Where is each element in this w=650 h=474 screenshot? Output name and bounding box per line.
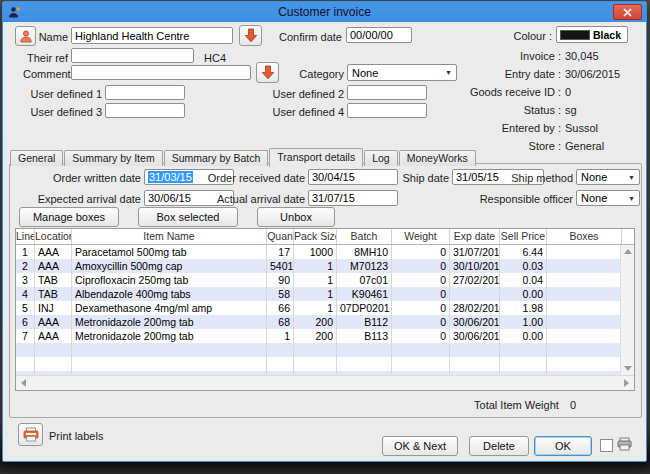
ship-method-select[interactable]: None ▼ <box>576 169 640 185</box>
tab-general[interactable]: General <box>10 150 63 166</box>
column-header-batch[interactable]: Batch <box>337 229 392 244</box>
actual-arrival-date-input[interactable] <box>308 190 398 206</box>
user-defined-1-input[interactable] <box>105 85 185 100</box>
table-cell: 1 <box>16 245 35 259</box>
table-row[interactable]: 4TABAlbendazole 400mg tabs581K9046100.00 <box>16 287 634 301</box>
comment-input[interactable] <box>71 65 251 80</box>
store-value: General <box>565 140 604 152</box>
user-defined-3-input[interactable] <box>105 103 185 118</box>
table-cell <box>392 357 450 371</box>
scroll-right-icon[interactable] <box>624 379 629 387</box>
vertical-scrollbar[interactable] <box>620 245 634 375</box>
user-defined-4-label: User defined 4 <box>269 106 344 118</box>
table-cell: 0 <box>392 245 450 259</box>
expected-arrival-date-label: Expected arrival date <box>27 193 141 205</box>
name-history-button[interactable] <box>239 25 262 46</box>
colour-picker[interactable]: Black <box>556 26 628 43</box>
table-cell <box>450 287 500 301</box>
table-row[interactable]: 2AAAAmoxycillin 500mg cap540111M70123030… <box>16 259 634 273</box>
category-select[interactable]: None ▼ <box>347 64 457 81</box>
table-row[interactable]: 5INJDexamethasone 4mg/ml amp66107DP02010… <box>16 301 634 315</box>
invoice-value: 30,045 <box>565 50 599 62</box>
table-cell: 4 <box>16 287 35 301</box>
table-cell: 2 <box>16 259 35 273</box>
table-cell: Metronidazole 200mg tab <box>72 315 267 329</box>
ship-method-label: Ship method <box>483 172 573 184</box>
colour-swatch <box>560 30 590 40</box>
column-header-item-name[interactable]: Item Name <box>72 229 267 244</box>
table-cell <box>547 343 622 357</box>
column-header-pack-size[interactable]: Pack Size <box>294 229 337 244</box>
comment-history-button[interactable] <box>256 62 279 83</box>
box-selected-button[interactable]: Box selected <box>138 207 238 227</box>
print-checkbox[interactable] <box>600 439 613 452</box>
table-cell: TAB <box>35 287 72 301</box>
scroll-up-icon[interactable] <box>624 249 632 254</box>
manage-boxes-button[interactable]: Manage boxes <box>19 207 119 227</box>
table-cell: 6 <box>16 315 35 329</box>
table-cell <box>547 329 622 343</box>
table-cell <box>337 343 392 357</box>
table-cell: 17 <box>267 245 294 259</box>
table-row[interactable]: 7AAAMetronidazole 200mg tab1200B113030/0… <box>16 329 634 343</box>
table-cell: 66 <box>267 301 294 315</box>
table-cell: Metronidazole 200mg tab <box>72 329 267 343</box>
confirm-date-label: Confirm date <box>271 31 342 43</box>
print-indicator-icon[interactable] <box>617 437 632 455</box>
their-ref-label: Their ref <box>23 52 68 64</box>
table-row-empty[interactable] <box>16 357 634 371</box>
column-header-sell-price[interactable]: Sell Price <box>500 229 547 244</box>
table-cell: 0 <box>392 259 450 273</box>
delete-button[interactable]: Delete <box>469 436 529 456</box>
close-button[interactable] <box>613 4 642 20</box>
table-row-empty[interactable] <box>16 343 634 357</box>
scroll-left-icon[interactable] <box>21 379 26 387</box>
table-row[interactable]: 6AAAMetronidazole 200mg tab68200B112030/… <box>16 315 634 329</box>
table-cell: 58 <box>267 287 294 301</box>
table-row[interactable]: 3TABCiprofloxacin 250mg tab90107c01027/0… <box>16 273 634 287</box>
table-cell: Paracetamol 500mg tab <box>72 245 267 259</box>
tab-log[interactable]: Log <box>364 150 398 166</box>
table-cell: 1.98 <box>500 301 547 315</box>
table-cell: 1000 <box>294 245 337 259</box>
responsible-officer-select[interactable]: None ▼ <box>576 190 640 206</box>
unbox-button[interactable]: Unbox <box>257 207 335 227</box>
table-cell <box>547 287 622 301</box>
tab-moneyworks[interactable]: MoneyWorks <box>399 150 476 166</box>
goods-receive-id-value: 0 <box>565 86 571 98</box>
scroll-down-icon[interactable] <box>624 366 632 371</box>
titlebar[interactable]: Customer invoice <box>3 2 646 22</box>
tab-summary-by-item[interactable]: Summary by Item <box>64 150 162 166</box>
table-cell <box>547 259 622 273</box>
table-cell: 68 <box>267 315 294 329</box>
ok-next-button[interactable]: OK & Next <box>382 436 458 456</box>
name-label: Name <box>23 31 68 43</box>
column-header-location[interactable]: Location <box>35 229 72 244</box>
table-cell: 1 <box>294 259 337 273</box>
column-header-boxes[interactable]: Boxes <box>547 229 622 244</box>
their-ref-input[interactable] <box>71 48 194 63</box>
tab-transport-details[interactable]: Transport details <box>269 148 363 167</box>
tab-summary-by-batch[interactable]: Summary by Batch <box>164 150 269 166</box>
chevron-down-icon: ▼ <box>628 174 635 181</box>
user-defined-4-input[interactable] <box>347 103 427 118</box>
confirm-date-input[interactable] <box>346 27 412 43</box>
name-input[interactable] <box>71 27 233 44</box>
ok-button[interactable]: OK <box>534 436 592 456</box>
column-header-line[interactable]: Line <box>16 229 35 244</box>
column-header-exp-date[interactable]: Exp date <box>450 229 500 244</box>
user-defined-2-input[interactable] <box>347 85 427 100</box>
horizontal-scrollbar[interactable] <box>16 375 634 390</box>
print-labels-button[interactable] <box>18 423 43 446</box>
invoice-number-row: Invoice :30,045 <box>401 50 631 62</box>
down-arrow-icon <box>244 28 258 43</box>
column-header-quan[interactable]: Quan <box>267 229 294 244</box>
column-header-weight[interactable]: Weight <box>392 229 450 244</box>
table-cell: 1.00 <box>500 315 547 329</box>
table-cell: B113 <box>337 329 392 343</box>
items-table-body: 1AAAParacetamol 500mg tab1710008MH10031/… <box>16 245 634 375</box>
table-cell <box>337 357 392 371</box>
table-cell: 8MH10 <box>337 245 392 259</box>
table-cell <box>72 343 267 357</box>
table-row[interactable]: 1AAAParacetamol 500mg tab1710008MH10031/… <box>16 245 634 259</box>
